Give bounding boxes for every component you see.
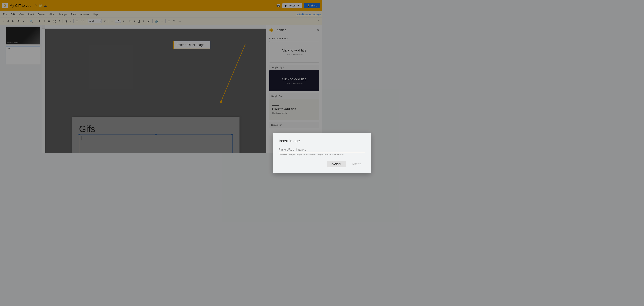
modal-title: Insert image: [279, 139, 322, 143]
url-input-container: [279, 147, 322, 152]
insert-image-modal: Insert image Only select images that you…: [273, 133, 322, 153]
url-input[interactable]: [279, 147, 322, 152]
modal-overlay: Insert image Only select images that you…: [0, 0, 322, 153]
